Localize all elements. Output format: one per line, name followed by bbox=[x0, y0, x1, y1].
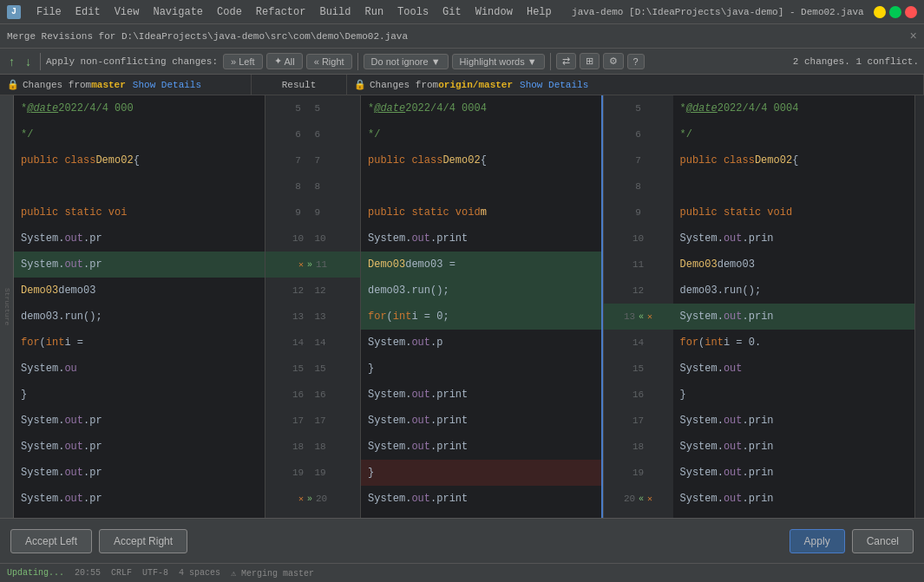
toolbar-sep-2 bbox=[357, 53, 358, 70]
left-line-11: System.ou bbox=[14, 356, 265, 382]
menu-edit[interactable]: Edit bbox=[69, 4, 108, 20]
right-lock-icon: 🔒 bbox=[354, 79, 366, 90]
conflict-x-right-20[interactable]: ✕ bbox=[647, 494, 652, 504]
arrow-right-11[interactable]: » bbox=[307, 260, 312, 270]
activity-bar: Structure Commit Bookmarks bbox=[0, 95, 14, 518]
bottom-bar: Accept Left Accept Right Apply Cancel bbox=[0, 518, 924, 563]
result-line-6: System.out.print bbox=[361, 226, 603, 252]
menu-build[interactable]: Build bbox=[312, 4, 357, 20]
accept-left-button[interactable]: Accept Left bbox=[10, 529, 92, 553]
highlight-dropdown-icon: ▼ bbox=[528, 56, 537, 67]
apply-left-button[interactable]: » Left bbox=[223, 54, 262, 69]
toolbar-sep-3 bbox=[550, 53, 551, 70]
left-line-14: System.out.pr bbox=[14, 434, 265, 460]
menu-refactor[interactable]: Refactor bbox=[249, 4, 313, 20]
ignore-dropdown[interactable]: Do not ignore ▼ bbox=[364, 54, 449, 69]
right-line-9: System.out.prin bbox=[673, 304, 915, 330]
merge-header: Merge Revisions for D:\IdeaProjects\java… bbox=[0, 24, 924, 49]
left-lock-icon: 🔒 bbox=[7, 79, 19, 90]
right-line-12: } bbox=[673, 382, 915, 408]
conflict-x-left-20[interactable]: ✕ bbox=[298, 494, 304, 504]
menu-git[interactable]: Git bbox=[436, 4, 469, 20]
right-show-details[interactable]: Show Details bbox=[520, 80, 588, 90]
right-num-16: 16 bbox=[604, 382, 673, 408]
arrow-left-13[interactable]: « bbox=[639, 312, 644, 322]
right-num-19: 19 bbox=[604, 460, 673, 486]
result-line-13: System.out.print bbox=[361, 408, 603, 434]
window-title: java-demo [D:\IdeaProjects\java-demo] - … bbox=[562, 7, 874, 17]
left-line-6: System.out.pr bbox=[14, 226, 265, 252]
menu-help[interactable]: Help bbox=[520, 4, 559, 20]
side-by-side-button[interactable]: ⊞ bbox=[580, 53, 600, 69]
changes-info: 2 changes. 1 conflict. bbox=[793, 56, 919, 67]
line-num-11: ✕ » 11 bbox=[265, 252, 360, 278]
accept-right-button[interactable]: Accept Right bbox=[99, 529, 187, 553]
right-num-14: 14 bbox=[604, 330, 673, 356]
left-line-9: demo03.run(); bbox=[14, 304, 265, 330]
line-num-20: ✕ » 20 bbox=[265, 486, 360, 512]
menu-navigate[interactable]: Navigate bbox=[146, 4, 210, 20]
next-change-button[interactable]: ↓ bbox=[22, 53, 35, 70]
settings-gear-button[interactable]: ⚙ bbox=[603, 53, 624, 69]
left-label: Left bbox=[239, 56, 254, 67]
left-line-3: public class Demo02 { bbox=[14, 147, 265, 173]
left-line-8: Demo03 demo03 bbox=[14, 278, 265, 304]
dropdown-arrow-icon: ▼ bbox=[431, 56, 441, 67]
left-line-2: */ bbox=[14, 121, 265, 147]
right-line-14: System.out.prin bbox=[673, 434, 915, 460]
highlight-words-label: Highlight words bbox=[460, 56, 525, 67]
result-line-11: } bbox=[361, 356, 603, 382]
updating-text: Updating... bbox=[7, 568, 64, 578]
title-bar: J File Edit View Navigate Code Refactor … bbox=[0, 0, 924, 24]
line-num-13: 1313 bbox=[265, 304, 360, 330]
result-line-15: } bbox=[361, 460, 603, 486]
maximize-button[interactable] bbox=[889, 6, 901, 18]
left-line-10: for (int i = bbox=[14, 330, 265, 356]
left-show-details[interactable]: Show Details bbox=[133, 80, 201, 90]
result-line-8: demo03.run(); bbox=[361, 278, 603, 304]
apply-button[interactable]: Apply bbox=[790, 529, 845, 553]
cancel-button[interactable]: Cancel bbox=[852, 529, 914, 553]
arrow-left-20[interactable]: « bbox=[639, 494, 644, 504]
result-line-16: System.out.print bbox=[361, 486, 603, 512]
scrollbar[interactable] bbox=[915, 95, 924, 518]
close-button[interactable] bbox=[905, 6, 917, 18]
menu-tools[interactable]: Tools bbox=[390, 4, 436, 20]
apply-all-button[interactable]: ✦ All bbox=[266, 53, 303, 69]
left-branch-prefix: Changes from bbox=[23, 80, 91, 90]
left-line-12: } bbox=[14, 382, 265, 408]
conflict-x-right-13[interactable]: ✕ bbox=[647, 311, 652, 322]
status-encoding: CRLF bbox=[111, 568, 132, 578]
result-line-2: */ bbox=[361, 121, 603, 147]
column-headers: 🔒 Changes from master Show Details Resul… bbox=[0, 75, 924, 95]
help-button[interactable]: ? bbox=[627, 54, 645, 69]
right-num-18: 18 bbox=[604, 434, 673, 460]
merge-header-close[interactable]: × bbox=[910, 29, 917, 43]
star-icon: ✦ bbox=[274, 56, 282, 67]
menu-code[interactable]: Code bbox=[210, 4, 249, 20]
right-col-header: 🔒 Changes from origin/master Show Detail… bbox=[347, 75, 924, 95]
menu-window[interactable]: Window bbox=[469, 4, 520, 20]
right-num-17: 17 bbox=[604, 408, 673, 434]
sync-scroll-button[interactable]: ⇄ bbox=[556, 53, 576, 69]
app-icon: J bbox=[7, 5, 21, 19]
menu-file[interactable]: File bbox=[29, 4, 69, 20]
line-num-10: 1010 bbox=[265, 226, 360, 252]
result-editor-panel[interactable]: * @date 2022/4/4 0004 */ public class De… bbox=[361, 95, 604, 518]
result-line-14: System.out.print bbox=[361, 434, 603, 460]
left-line-5: public static voi bbox=[14, 199, 265, 226]
result-right-border bbox=[601, 95, 603, 518]
highlight-words-button[interactable]: Highlight words ▼ bbox=[452, 54, 545, 69]
prev-change-button[interactable]: ↑ bbox=[5, 53, 18, 70]
menu-run[interactable]: Run bbox=[357, 4, 390, 20]
menu-view[interactable]: View bbox=[108, 4, 147, 20]
minimize-button[interactable] bbox=[874, 6, 886, 18]
result-line-12: System.out.print bbox=[361, 382, 603, 408]
apply-right-button[interactable]: « Right bbox=[306, 54, 352, 69]
arrow-right-20[interactable]: » bbox=[307, 494, 312, 504]
right-line-1: * @date 2022/4/4 0004 bbox=[673, 95, 915, 121]
conflict-x-left-11[interactable]: ✕ bbox=[298, 259, 304, 270]
line-numbers-panel: 55 66 77 88 99 1010 ✕ » 11 1212 1313 141… bbox=[265, 95, 361, 518]
merge-header-title: Merge Revisions for D:\IdeaProjects\java… bbox=[7, 31, 910, 42]
right-line-numbers: 5 6 7 8 9 10 11 12 13 « ✕ 14 15 16 17 18… bbox=[604, 95, 673, 518]
